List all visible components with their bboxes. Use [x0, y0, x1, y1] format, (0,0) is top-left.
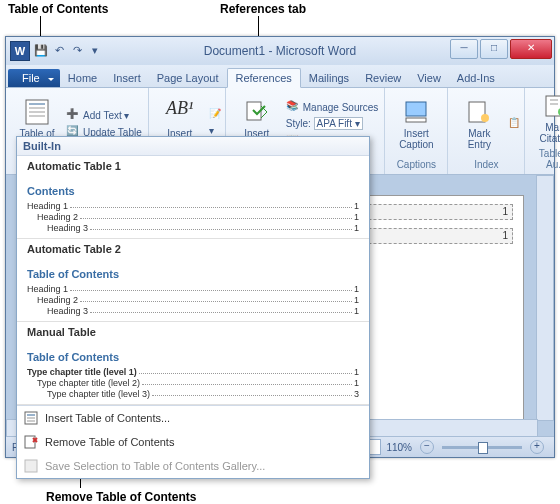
save-icon[interactable]: 💾: [34, 44, 48, 58]
caption-icon: [402, 98, 430, 126]
vertical-scrollbar[interactable]: [536, 175, 554, 421]
group-label-toa: Table of Au...: [529, 146, 560, 172]
qat-dropdown-icon[interactable]: ▾: [88, 44, 102, 58]
mark-entry-icon: [465, 98, 493, 126]
insert-caption-button[interactable]: Insert Caption: [389, 90, 443, 157]
maximize-button[interactable]: □: [480, 39, 508, 59]
redo-icon[interactable]: ↷: [70, 44, 84, 58]
zoom-in-button[interactable]: +: [530, 440, 544, 454]
callout-remove: Remove Table of Contents: [46, 490, 196, 504]
tab-file[interactable]: File: [8, 69, 60, 87]
undo-icon[interactable]: ↶: [52, 44, 66, 58]
remove-toc-icon: [23, 434, 39, 450]
toc-dropdown: Built-In Automatic Table 1 Contents Head…: [16, 136, 370, 479]
auto2-title: Automatic Table 2: [27, 243, 359, 255]
footnote-icon: AB¹: [166, 98, 194, 126]
tab-review[interactable]: Review: [357, 69, 409, 87]
minimize-button[interactable]: ─: [450, 39, 478, 59]
svg-rect-6: [406, 102, 426, 116]
add-text-icon: ➕: [66, 108, 80, 122]
auto1-contents: Contents: [27, 185, 359, 197]
next-footnote-button[interactable]: 📝: [207, 107, 221, 123]
svg-rect-7: [406, 118, 426, 122]
tab-home[interactable]: Home: [60, 69, 105, 87]
mark-citation-icon: [542, 92, 560, 120]
svg-rect-19: [25, 460, 37, 472]
group-index: Mark Entry 📋 Index: [448, 88, 525, 174]
svg-rect-10: [546, 96, 560, 116]
ribbon-tabs: File Home Insert Page Layout References …: [6, 65, 554, 88]
group-label-captions: Captions: [389, 157, 443, 172]
callout-reftab: References tab: [220, 2, 306, 16]
save-selection-menuitem: Save Selection to Table of Contents Gall…: [17, 454, 369, 478]
group-captions: Insert Caption Captions: [385, 88, 448, 174]
remove-toc-menuitem[interactable]: Remove Table of Contents: [17, 430, 369, 454]
word-icon: W: [10, 41, 30, 61]
mark-entry-button[interactable]: Mark Entry: [452, 90, 506, 157]
zoom-slider[interactable]: [442, 446, 522, 449]
tab-insert[interactable]: Insert: [105, 69, 149, 87]
manage-icon: 📚: [286, 100, 300, 114]
insert-toc-icon: [23, 410, 39, 426]
titlebar: W 💾 ↶ ↷ ▾ Document1 - Microsoft Word ─ □…: [6, 37, 554, 65]
style-dropdown[interactable]: Style: APA Fift ▾: [284, 116, 381, 131]
auto1-title: Automatic Table 1: [27, 160, 359, 172]
gallery-auto1[interactable]: Automatic Table 1 Contents Heading 11 He…: [17, 156, 369, 239]
mark-citation-button[interactable]: Mark Citation: [529, 90, 560, 146]
toc-icon: [23, 98, 51, 126]
gallery-manual[interactable]: Manual Table Table of Contents Type chap…: [17, 322, 369, 405]
svg-point-9: [481, 114, 489, 122]
tab-references[interactable]: References: [227, 68, 301, 88]
quick-access-toolbar: 💾 ↶ ↷ ▾: [34, 44, 102, 58]
gallery-auto2[interactable]: Automatic Table 2 Table of Contents Head…: [17, 239, 369, 322]
citation-icon: [243, 98, 271, 126]
insert-index-button[interactable]: 📋: [506, 116, 520, 132]
tab-view[interactable]: View: [409, 69, 449, 87]
dropdown-header-builtin: Built-In: [17, 137, 369, 156]
manual-title: Manual Table: [27, 326, 359, 338]
callout-toc: Table of Contents: [8, 2, 108, 16]
zoom-out-button[interactable]: −: [420, 440, 434, 454]
tab-page-layout[interactable]: Page Layout: [149, 69, 227, 87]
tab-addins[interactable]: Add-Ins: [449, 69, 503, 87]
manual-contents: Table of Contents: [27, 351, 359, 363]
zoom-level[interactable]: 110%: [386, 442, 412, 453]
auto2-contents: Table of Contents: [27, 268, 359, 280]
group-toa: Mark Citation Table of Au...: [525, 88, 560, 174]
group-label-index: Index: [452, 157, 520, 172]
add-text-button[interactable]: ➕Add Text▾: [64, 107, 144, 123]
insert-toc-menuitem[interactable]: Insert Table of Contents...: [17, 406, 369, 430]
tab-mailings[interactable]: Mailings: [301, 69, 357, 87]
close-button[interactable]: ✕: [510, 39, 552, 59]
save-selection-icon: [23, 458, 39, 474]
manage-sources-button[interactable]: 📚Manage Sources: [284, 99, 381, 115]
